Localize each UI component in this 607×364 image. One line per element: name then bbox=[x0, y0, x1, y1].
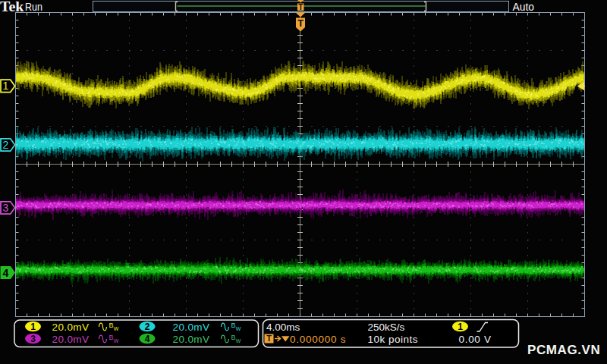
svg-text:0.00 V: 0.00 V bbox=[459, 334, 492, 345]
svg-text:4: 4 bbox=[3, 267, 9, 279]
svg-text:2: 2 bbox=[2, 139, 8, 151]
svg-text:W: W bbox=[114, 338, 119, 344]
svg-text:2: 2 bbox=[145, 322, 150, 332]
svg-text:B: B bbox=[231, 334, 236, 341]
svg-text:1: 1 bbox=[30, 322, 36, 332]
svg-text:PCMAG.VN: PCMAG.VN bbox=[527, 343, 600, 357]
svg-text:W: W bbox=[236, 338, 241, 344]
svg-text:0.000000 s: 0.000000 s bbox=[290, 334, 346, 345]
svg-text:4: 4 bbox=[145, 334, 150, 344]
svg-text:Auto: Auto bbox=[513, 0, 535, 13]
svg-text:Run: Run bbox=[25, 0, 42, 13]
svg-text:20.0mV: 20.0mV bbox=[173, 334, 210, 345]
svg-text:1: 1 bbox=[2, 80, 8, 92]
svg-text:10k points: 10k points bbox=[368, 334, 419, 345]
svg-text:1: 1 bbox=[458, 322, 463, 332]
svg-text:Tek: Tek bbox=[0, 0, 24, 14]
svg-text:B: B bbox=[231, 322, 236, 329]
svg-text:T: T bbox=[298, 3, 303, 11]
svg-text:W: W bbox=[114, 326, 119, 331]
svg-text:T: T bbox=[297, 17, 304, 29]
svg-text:20.0mV: 20.0mV bbox=[52, 322, 90, 333]
svg-text:4.00ms: 4.00ms bbox=[266, 322, 300, 333]
svg-text:20.0mV: 20.0mV bbox=[52, 334, 90, 345]
svg-text:20.0mV: 20.0mV bbox=[173, 322, 210, 333]
svg-text:W: W bbox=[236, 326, 241, 331]
svg-text:T: T bbox=[266, 334, 272, 343]
svg-text:3: 3 bbox=[2, 202, 8, 214]
svg-text:B: B bbox=[109, 322, 114, 329]
svg-text:B: B bbox=[109, 334, 114, 341]
svg-text:250kS/s: 250kS/s bbox=[368, 322, 405, 333]
svg-text:3: 3 bbox=[30, 334, 36, 344]
